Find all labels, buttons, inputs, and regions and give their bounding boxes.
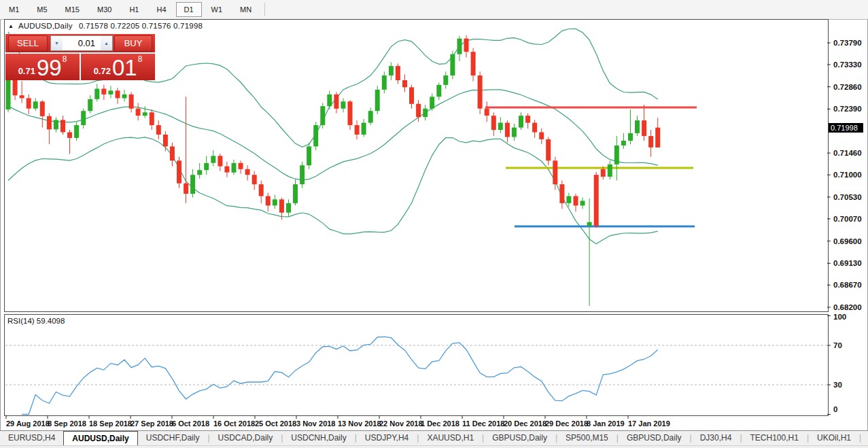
volume-increase-icon[interactable]: ▲	[101, 36, 112, 50]
date-axis-label: 8 Sep 2018	[48, 419, 86, 428]
price-axis-label: 0.70070	[833, 215, 862, 223]
bottom-tab-xauusd-h1[interactable]: XAUUSD,H1	[419, 431, 482, 446]
date-axis-label: 27 Sep 2018	[131, 419, 173, 428]
date-axis-label: 18 Sep 2018	[89, 419, 132, 428]
bottom-tab-dj30-h4[interactable]: DJ30,H4	[692, 431, 740, 446]
bottom-tab-usdjpy-h4[interactable]: USDJPY,H4	[357, 431, 417, 446]
date-axis-label: 11 Dec 2018	[462, 419, 504, 428]
sell-price-sup: 8	[63, 55, 67, 63]
bottom-tab-tech100-h1[interactable]: TECH100,H1	[742, 431, 807, 446]
timeframe-button-m30[interactable]: M30	[89, 2, 120, 17]
volume-stepper: ▼ 0.01 ▲	[50, 35, 113, 51]
date-axis-label: 29 Aug 2018	[6, 419, 50, 428]
rsi-axis-label: 0	[833, 405, 837, 413]
price-axis-label: 0.69130	[833, 259, 862, 267]
toolbar-separator	[264, 3, 265, 16]
status-bar	[0, 445, 868, 448]
rsi-axis-label: 70	[833, 341, 842, 349]
bottom-tab-usdchf-daily[interactable]: USDCHF,Daily	[138, 431, 208, 446]
chart-symbol-label: AUDUSD,Daily	[18, 22, 73, 30]
timeframe-button-m5[interactable]: M5	[29, 2, 55, 17]
bottom-tab-audusd-daily[interactable]: AUDUSD,Daily	[63, 431, 137, 446]
date-axis-label: 20 Dec 2018	[504, 419, 546, 428]
timeframe-button-w1[interactable]: W1	[203, 2, 231, 17]
buy-price-prefix: 0.72	[94, 65, 111, 78]
timeframe-button-h4[interactable]: H4	[148, 2, 174, 17]
sell-price-prefix: 0.71	[18, 65, 35, 78]
timeframe-button-m1[interactable]: M1	[1, 2, 27, 17]
date-axis-label: 16 Oct 2018	[213, 419, 255, 428]
date-axis-label: 6 Oct 2018	[172, 419, 209, 428]
rsi-axis-label: 100	[833, 313, 846, 321]
timeframe-button-h1[interactable]: H1	[121, 2, 147, 17]
chart-ohlc-values: 0.71578 0.72205 0.71576 0.71998	[79, 22, 203, 30]
volume-input[interactable]: 0.01	[63, 36, 101, 50]
volume-decrease-icon[interactable]: ▼	[51, 36, 63, 50]
price-axis-label: 0.68200	[833, 303, 862, 311]
date-axis-label: 13 Nov 2018	[338, 419, 381, 428]
window-edge-left	[0, 0, 1, 448]
timeframe-button-m15[interactable]: M15	[57, 2, 88, 17]
buy-price-sup: 8	[138, 55, 143, 63]
bottom-tab-gbpusd-daily[interactable]: GBPUSD,Daily	[619, 431, 690, 446]
price-axis-label: 0.72860	[833, 83, 862, 91]
date-axis-label: 8 Jan 2019	[587, 419, 625, 428]
date-axis-label: 25 Oct 2018	[255, 419, 296, 428]
bottom-tab-sp500-m15[interactable]: SP500,M15	[557, 431, 617, 446]
chart-tab-bar: EURUSD,H4AUDUSD,DailyUSDCHF,Daily|USDCAD…	[0, 430, 868, 446]
bottom-tab-ukoil-h1[interactable]: UKOil,H1	[809, 431, 859, 446]
price-axis-label: 0.70530	[833, 193, 862, 201]
price-axis-label: 0.72390	[833, 105, 862, 113]
price-axis-label: 0.73790	[833, 39, 862, 47]
sell-price-display[interactable]: 0.71 99 8	[5, 54, 80, 80]
buy-price-display[interactable]: 0.72 01 8	[81, 54, 155, 80]
sell-price-big: 99	[37, 58, 62, 78]
current-price-badge: 0.71998	[829, 123, 863, 133]
rsi-indicator-panel[interactable]	[4, 314, 829, 416]
rsi-indicator-label: RSI(14) 59.4098	[7, 317, 65, 325]
price-axis-label: 0.69600	[833, 237, 862, 245]
one-click-trading-panel: SELL ▼ 0.01 ▲ BUY 0.71 99 8 0.72 01 8	[5, 34, 155, 78]
bottom-tab-eurusd-h4[interactable]: EURUSD,H4	[0, 431, 63, 446]
date-axis-label: 3 Nov 2018	[296, 419, 335, 428]
price-axis-label: 0.71460	[833, 149, 862, 157]
date-axis-label: 17 Jan 2019	[628, 419, 670, 428]
bottom-tab-gbpusd-daily[interactable]: GBPUSD,Daily	[484, 431, 555, 446]
buy-button[interactable]: BUY	[114, 35, 152, 52]
chart-title: ▲ AUDUSD,Daily 0.71578 0.72205 0.71576 0…	[8, 22, 203, 30]
buy-price-big: 01	[112, 58, 137, 78]
date-axis-label: 29 Dec 2018	[545, 419, 588, 428]
symbol-marker-icon: ▲	[8, 23, 14, 29]
rsi-axis-label: 30	[833, 381, 842, 389]
date-axis-label: 1 Dec 2018	[421, 419, 459, 428]
timeframe-button-d1[interactable]: D1	[176, 2, 202, 17]
sell-button[interactable]: SELL	[8, 35, 48, 52]
price-axis-label: 0.68670	[833, 281, 862, 289]
timeframe-button-mn[interactable]: MN	[232, 2, 260, 17]
bottom-tab-usdcad-daily[interactable]: USDCAD,Daily	[210, 431, 281, 446]
price-axis-label: 0.71000	[833, 171, 862, 179]
bottom-tab-usdcnh-daily[interactable]: USDCNH,Daily	[283, 431, 354, 446]
timeframe-toolbar: M1M5M15M30H1H4D1W1MN	[0, 0, 868, 20]
date-axis-label: 22 Nov 2018	[379, 419, 423, 428]
price-axis-label: 0.73330	[833, 61, 862, 69]
bottom-tab-u[interactable]: U	[861, 431, 868, 446]
